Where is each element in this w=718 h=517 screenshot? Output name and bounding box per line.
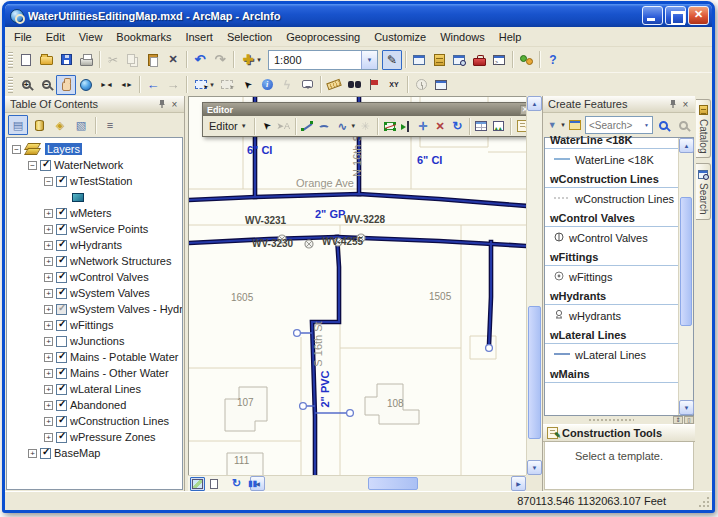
scroll-right-icon[interactable]: ▶: [511, 476, 526, 491]
list-by-drawing-order-button[interactable]: ▤: [8, 115, 28, 135]
expand-icon[interactable]: +: [44, 305, 53, 314]
expand-icon[interactable]: +: [44, 385, 53, 394]
search-window-button[interactable]: [449, 50, 469, 70]
menu-help[interactable]: Help: [492, 29, 529, 45]
menu-file[interactable]: File: [7, 29, 39, 45]
layer-visibility-checkbox[interactable]: [56, 176, 67, 187]
collapse-icon[interactable]: −: [44, 177, 53, 186]
open-document-button[interactable]: [36, 50, 56, 70]
template-group-header[interactable]: wControl Valves: [545, 209, 678, 227]
template-group-header[interactable]: wConstruction Lines: [545, 170, 678, 188]
create-features-caption[interactable]: Create Features ×: [543, 96, 695, 113]
collapse-icon[interactable]: −: [12, 145, 21, 154]
sketch-properties-button[interactable]: [490, 117, 507, 135]
layer-label[interactable]: wSystem Valves - Hydrant: [70, 303, 183, 315]
organize-templates-button[interactable]: [565, 116, 584, 135]
scrollbar-thumb[interactable]: [368, 477, 417, 490]
map-vertical-scrollbar[interactable]: ▲ ▼: [526, 96, 542, 475]
expand-icon[interactable]: +: [44, 369, 53, 378]
viewer-window-button[interactable]: [431, 75, 451, 95]
toc-item-wpressure-zones[interactable]: +wPressure Zones: [7, 429, 182, 445]
search-go-button[interactable]: [654, 116, 673, 135]
identify-button[interactable]: i: [257, 75, 277, 95]
layer-label[interactable]: wService Points: [70, 223, 148, 235]
toc-item-waternetwork[interactable]: −WaterNetwork: [7, 157, 182, 173]
point-tool-button[interactable]: ✳: [357, 117, 374, 135]
toc-item-abandoned[interactable]: +Abandoned: [7, 397, 182, 413]
layer-visibility-checkbox[interactable]: [56, 336, 67, 347]
toc-item-wjunctions[interactable]: +wJunctions: [7, 333, 182, 349]
template-list-scrollbar[interactable]: ▲ ▼: [678, 138, 693, 415]
feature-template-item[interactable]: wFittings: [545, 266, 678, 287]
layer-visibility-checkbox[interactable]: [56, 416, 67, 427]
toc-item-wfittings[interactable]: +wFittings: [7, 317, 182, 333]
search-dropdown-icon[interactable]: ▼: [641, 122, 652, 128]
layer-label[interactable]: wTestStation: [70, 175, 132, 187]
scrollbar-thumb[interactable]: [680, 197, 692, 325]
save-document-button[interactable]: [56, 50, 76, 70]
clear-selected-features-button[interactable]: [217, 75, 237, 95]
list-by-selection-button[interactable]: ▧: [71, 115, 91, 135]
panel-section-splitter[interactable]: ⇕ ▯: [543, 416, 695, 424]
html-popup-button[interactable]: [297, 75, 317, 95]
close-panel-icon[interactable]: ×: [168, 98, 181, 111]
toc-item-wservice-points[interactable]: +wService Points: [7, 221, 182, 237]
feature-template-item[interactable]: wConstruction Lines: [545, 188, 678, 209]
forward-extent-button[interactable]: →: [163, 75, 183, 95]
feature-template-item[interactable]: wHydrants: [545, 305, 678, 326]
layer-label[interactable]: Layers: [45, 143, 82, 155]
list-by-visibility-button[interactable]: ◈: [50, 115, 70, 135]
maximize-button[interactable]: [665, 6, 686, 25]
catalog-window-button[interactable]: [429, 50, 449, 70]
auto-hide-pin-icon[interactable]: [666, 98, 679, 111]
side-tab-catalog[interactable]: Catalog: [696, 99, 711, 158]
create-features-button-button[interactable]: [514, 117, 526, 135]
toc-options-button[interactable]: ≡: [100, 115, 120, 135]
layer-label[interactable]: BaseMap: [54, 447, 100, 459]
expand-icon[interactable]: +: [44, 241, 53, 250]
template-group-header[interactable]: wFittings: [545, 248, 678, 266]
layer-visibility-checkbox[interactable]: [40, 160, 51, 171]
undo-button[interactable]: ↶: [190, 50, 210, 70]
table-of-contents-window-button[interactable]: [409, 50, 429, 70]
layer-visibility-checkbox[interactable]: [56, 304, 67, 315]
map-canvas[interactable]: 6" CI6" CI2" GP2" PVCOrange AveS 16th St…: [188, 96, 526, 475]
combo-dropdown-icon[interactable]: ▼: [361, 51, 377, 69]
layer-visibility-checkbox[interactable]: [56, 400, 67, 411]
side-tab-search[interactable]: Search: [696, 163, 711, 220]
expand-icon[interactable]: +: [44, 225, 53, 234]
menu-view[interactable]: View: [72, 29, 110, 45]
layer-label[interactable]: wHydrants: [70, 239, 122, 251]
toc-item-mains-potable-water[interactable]: +Mains - Potable Water: [7, 349, 182, 365]
toolbar-grip[interactable]: [8, 52, 13, 68]
data-view-button[interactable]: [190, 477, 205, 491]
cut-button[interactable]: ✂: [103, 50, 123, 70]
expand-icon[interactable]: +: [44, 433, 53, 442]
layer-visibility-checkbox[interactable]: [56, 368, 67, 379]
full-extent-button[interactable]: [76, 75, 96, 95]
toc-item-mains-other-water[interactable]: +Mains - Other Water: [7, 365, 182, 381]
delete-button[interactable]: ✕: [163, 50, 183, 70]
menu-selection[interactable]: Selection: [220, 29, 279, 45]
layer-visibility-checkbox[interactable]: [56, 208, 67, 219]
split-tool-button[interactable]: ✕: [432, 117, 449, 135]
copy-button[interactable]: [123, 50, 143, 70]
menu-customize[interactable]: Customize: [367, 29, 433, 45]
layer-label[interactable]: wMeters: [70, 207, 112, 219]
toolbar-grip[interactable]: [8, 77, 13, 93]
refresh-view-button[interactable]: ↻: [229, 477, 244, 491]
layer-label[interactable]: wLateral Lines: [70, 383, 141, 395]
resize-grip[interactable]: [698, 496, 710, 508]
search-input[interactable]: [586, 120, 641, 131]
map-horizontal-scrollbar[interactable]: ◀ ▶: [250, 475, 526, 491]
layer-label[interactable]: Mains - Other Water: [70, 367, 169, 379]
layer-visibility-checkbox[interactable]: [56, 256, 67, 267]
arctoolbox-window-button[interactable]: [469, 50, 489, 70]
layer-label[interactable]: wSystem Valves: [70, 287, 150, 299]
expand-icon[interactable]: +: [44, 417, 53, 426]
filter-templates-button[interactable]: ▼: [545, 116, 564, 135]
toc-caption[interactable]: Table Of Contents ×: [5, 96, 184, 113]
collapse-icon[interactable]: −: [28, 161, 37, 170]
layer-label[interactable]: wNetwork Structures: [70, 255, 171, 267]
redo-button[interactable]: ↷: [210, 50, 230, 70]
